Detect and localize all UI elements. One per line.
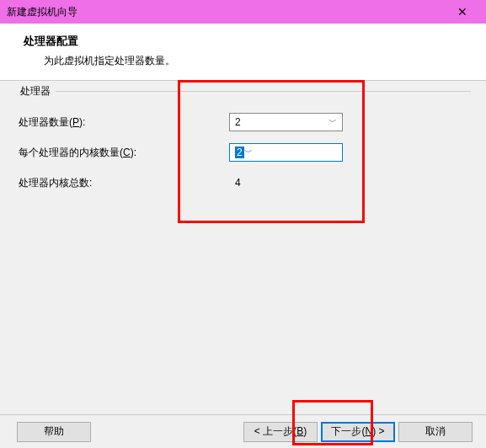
next-button[interactable]: 下一步(N) > [321, 422, 395, 442]
back-button[interactable]: < 上一步(B) [243, 422, 318, 442]
cores-select[interactable]: 2 ﹀ [229, 143, 343, 162]
total-cores-label: 处理器内核总数: [19, 176, 229, 190]
close-icon[interactable]: ✕ [446, 5, 479, 19]
processors-select[interactable]: 2 ﹀ [229, 113, 343, 131]
group-label: 处理器 [17, 84, 54, 99]
processor-group: 处理器 处理器数量(P): 2 ﹀ 每个处理器的内核数量(C): 2 ﹀ [15, 91, 471, 198]
wizard-footer: 帮助 < 上一步(B) 下一步(N) > 取消 [0, 414, 486, 448]
cores-value: 2 [235, 147, 244, 158]
chevron-down-icon: ﹀ [244, 147, 253, 158]
processors-label: 处理器数量(P): [19, 115, 229, 130]
processors-value: 2 [235, 116, 328, 128]
cores-row: 每个处理器的内核数量(C): 2 ﹀ [19, 137, 471, 168]
cores-label: 每个处理器的内核数量(C): [19, 146, 229, 160]
titlebar: 新建虚拟机向导 ✕ [0, 0, 486, 24]
window-title: 新建虚拟机向导 [7, 5, 446, 19]
help-button[interactable]: 帮助 [17, 422, 91, 442]
page-title: 处理器配置 [24, 34, 462, 49]
processors-row: 处理器数量(P): 2 ﹀ [19, 107, 471, 137]
total-cores-value: 4 [229, 177, 241, 189]
page-subtitle: 为此虚拟机指定处理器数量。 [44, 54, 462, 68]
total-cores-row: 处理器内核总数: 4 [19, 168, 471, 198]
cancel-button[interactable]: 取消 [398, 422, 473, 442]
chevron-down-icon: ﹀ [328, 116, 337, 128]
wizard-body: 处理器 处理器数量(P): 2 ﹀ 每个处理器的内核数量(C): 2 ﹀ [0, 81, 486, 416]
wizard-header: 处理器配置 为此虚拟机指定处理器数量。 [0, 24, 486, 81]
